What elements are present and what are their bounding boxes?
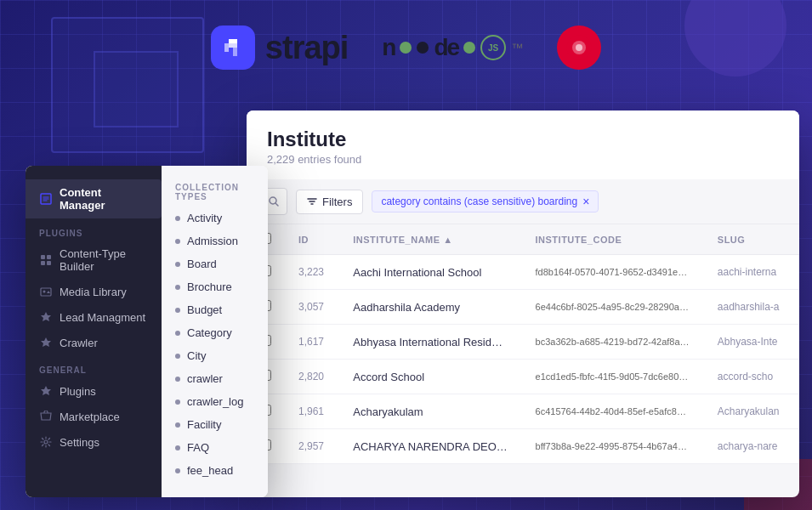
collection-item[interactable]: Activity bbox=[162, 207, 268, 230]
sidebar-item-media-library[interactable]: Media Library bbox=[26, 279, 162, 304]
crawler-icon bbox=[39, 336, 53, 349]
media-library-icon bbox=[39, 285, 53, 298]
bullet-icon bbox=[175, 400, 180, 405]
collection-item[interactable]: fee_head bbox=[162, 459, 268, 482]
table-row: 1,961 Acharyakulam 6c415764-44b2-40d4-85… bbox=[247, 394, 799, 429]
table-row: 3,057 Aadharshila Academy 6e44c6bf-8025-… bbox=[247, 290, 799, 325]
table-header-row: ID INSTITUTE_NAME ▲ INSTITUTE_CODE SLUG bbox=[247, 224, 799, 255]
sidebar-item-crawler[interactable]: Crawler bbox=[26, 330, 162, 355]
tm-mark: ™ bbox=[511, 41, 523, 54]
svg-rect-6 bbox=[41, 261, 45, 265]
col-institute-code: INSTITUTE_CODE bbox=[522, 224, 704, 255]
collection-item[interactable]: Brochure bbox=[162, 275, 268, 298]
svg-point-2 bbox=[576, 44, 582, 51]
cell-slug: acharya-nare bbox=[704, 429, 799, 464]
cell-institute-name: Acharyakulam bbox=[339, 394, 521, 429]
bullet-icon bbox=[175, 354, 180, 359]
bullet-icon bbox=[175, 262, 180, 267]
collection-item[interactable]: Board bbox=[162, 252, 268, 275]
bullet-icon bbox=[175, 331, 180, 336]
svg-rect-4 bbox=[41, 255, 45, 259]
bullet-icon bbox=[175, 216, 180, 221]
collection-item[interactable]: crawler bbox=[162, 367, 268, 390]
table-row: 2,820 Accord School e1cd1ed5-fbfc-41f5-9… bbox=[247, 360, 799, 394]
settings-icon bbox=[39, 435, 53, 449]
collection-list: COLLECTION TYPES ActivityAdmissionBoardB… bbox=[162, 166, 268, 497]
cell-institute-name: Aadharshila Academy bbox=[339, 290, 521, 325]
node-text: n bbox=[382, 34, 395, 61]
bullet-icon bbox=[175, 445, 180, 450]
bullet-icon bbox=[175, 239, 180, 244]
marketplace-icon bbox=[39, 410, 53, 423]
cell-id: 2,820 bbox=[285, 360, 339, 394]
svg-point-10 bbox=[44, 440, 48, 444]
collection-item[interactable]: Facility bbox=[162, 413, 268, 436]
content-type-builder-label: Content-Type Builder bbox=[60, 247, 148, 273]
bullet-icon bbox=[175, 377, 180, 382]
nav-active-content-manager[interactable]: Content Manager bbox=[26, 179, 162, 218]
sidebar-card: Content Manager PLUGINS Content-Type Bui… bbox=[26, 166, 268, 497]
strapi-label: strapi bbox=[265, 30, 348, 66]
cell-slug: accord-scho bbox=[704, 360, 799, 394]
header: strapi n de JS ™ bbox=[0, 26, 812, 70]
svg-rect-7 bbox=[47, 261, 51, 265]
nodejs-logo: n de JS ™ bbox=[382, 34, 523, 61]
sort-icon: ▲ bbox=[443, 235, 452, 245]
cell-institute-name: Abhyasa International Residential School bbox=[339, 325, 521, 360]
content-type-icon bbox=[39, 253, 53, 267]
collection-item[interactable]: FAQ bbox=[162, 436, 268, 459]
sidebar-item-lead-management[interactable]: Lead Managment bbox=[26, 304, 162, 330]
col-institute-name[interactable]: INSTITUTE_NAME ▲ bbox=[339, 224, 521, 255]
entries-count: 2,229 entries found bbox=[267, 153, 779, 166]
collection-item[interactable]: Category bbox=[162, 321, 268, 344]
svg-rect-5 bbox=[47, 255, 51, 259]
cell-slug: Acharyakulan bbox=[704, 394, 799, 429]
svg-point-9 bbox=[43, 291, 46, 293]
cell-institute-name: Accord School bbox=[339, 360, 521, 394]
main-card-header: Institute 2,229 entries found bbox=[247, 110, 799, 179]
cell-id: 3,057 bbox=[285, 290, 339, 325]
collection-item[interactable]: City bbox=[162, 344, 268, 367]
cell-id: 1,961 bbox=[285, 394, 339, 429]
cell-institute-name: ACHARYA NARENDRA DEO PUBLIC SCHOOL bbox=[339, 429, 521, 464]
lead-management-icon bbox=[39, 310, 53, 324]
collection-types-label: COLLECTION TYPES bbox=[162, 176, 268, 207]
filter-bar: Filters category contains (case sensitiv… bbox=[247, 179, 799, 224]
filters-button[interactable]: Filters bbox=[296, 190, 363, 214]
main-card: Institute 2,229 entries found Filters ca… bbox=[247, 110, 799, 497]
cell-institute-code: 6e44c6bf-8025-4a95-8c29-28290a908bbb bbox=[522, 290, 704, 325]
cell-slug: aachi-interna bbox=[704, 255, 799, 290]
nodejs-badge: JS bbox=[480, 35, 506, 60]
filters-label: Filters bbox=[322, 196, 352, 208]
cell-institute-code: fd8b164f-0570-4071-9652-d3491e4028f2 bbox=[522, 255, 704, 290]
sidebar-item-settings[interactable]: Settings bbox=[26, 429, 162, 455]
collection-item[interactable]: Admission bbox=[162, 230, 268, 252]
active-filter-tag: category contains (case sensitive) board… bbox=[372, 190, 599, 212]
node-dot-1 bbox=[400, 42, 412, 54]
collection-item[interactable]: crawler_log bbox=[162, 390, 268, 413]
cell-institute-code: bc3a362b-a685-4219-bd72-42af8af0c575 bbox=[522, 325, 704, 360]
cell-id: 2,957 bbox=[285, 429, 339, 464]
plugins-icon bbox=[39, 384, 53, 398]
sidebar-item-marketplace[interactable]: Marketplace bbox=[26, 404, 162, 429]
cell-slug: aadharshila-a bbox=[704, 290, 799, 325]
filter-text: category contains (case sensitive) board… bbox=[381, 196, 577, 207]
col-slug: SLUG bbox=[704, 224, 799, 255]
plugins-section-label: PLUGINS bbox=[26, 218, 162, 241]
strapi-logo: strapi bbox=[211, 26, 348, 70]
node-dot-3 bbox=[463, 42, 475, 54]
lead-management-label: Lead Managment bbox=[60, 311, 145, 324]
bullet-icon bbox=[175, 308, 180, 313]
bullet-icon bbox=[175, 285, 180, 290]
sidebar-item-plugins[interactable]: Plugins bbox=[26, 378, 162, 404]
sidebar-item-content-type-builder[interactable]: Content-Type Builder bbox=[26, 241, 162, 279]
data-table: ID INSTITUTE_NAME ▲ INSTITUTE_CODE SLUG … bbox=[247, 224, 799, 464]
node-dot-2 bbox=[417, 42, 429, 54]
filter-close-icon[interactable]: × bbox=[582, 195, 589, 208]
cell-institute-code: bff73b8a-9e22-4995-8754-4b67a4e0bfdf bbox=[522, 429, 704, 464]
cell-institute-code: e1cd1ed5-fbfc-41f5-9d05-7dc6e802b6f9 bbox=[522, 360, 704, 394]
table-row: 1,617 Abhyasa International Residential … bbox=[247, 325, 799, 360]
cell-id: 3,223 bbox=[285, 255, 339, 290]
table-row: 3,223 Aachi International School fd8b164… bbox=[247, 255, 799, 290]
collection-item[interactable]: Budget bbox=[162, 298, 268, 321]
